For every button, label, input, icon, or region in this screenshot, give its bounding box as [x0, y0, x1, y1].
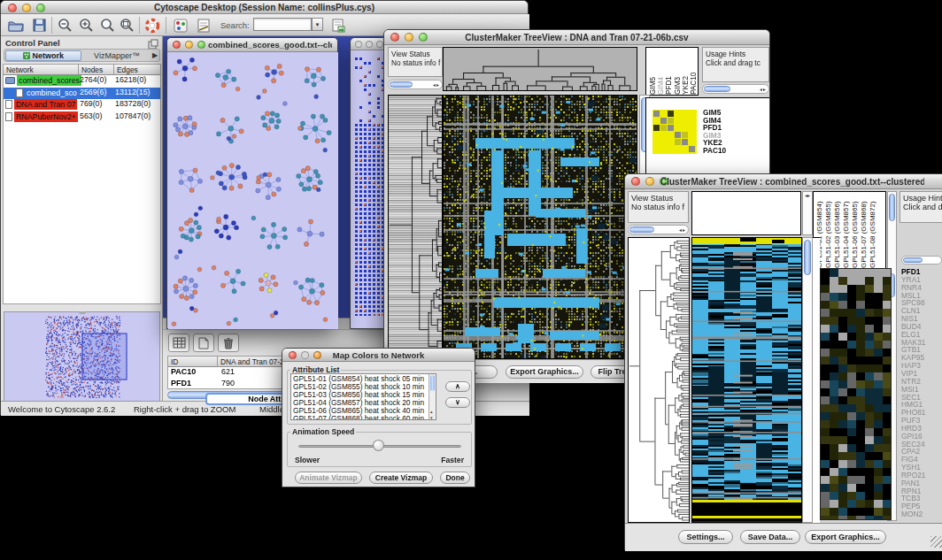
data-column-id[interactable]: ID [168, 357, 218, 367]
scrollbar-thumb[interactable] [903, 257, 923, 263]
row-id: PAC10 [171, 367, 196, 376]
attribute-list-vscrollbar[interactable]: ▴ ▾ [429, 374, 436, 420]
close-icon[interactable] [8, 4, 17, 12]
save-data-button[interactable]: Save Data... [740, 530, 800, 544]
treeview1-title-bar[interactable]: ClusterMaker TreeView : DNA and Tran 07-… [384, 30, 769, 45]
create-vizmap-button[interactable]: Create Vizmap [369, 472, 433, 484]
open-file-button[interactable] [6, 16, 26, 35]
tv2-zoom-heatmap-canvas[interactable] [821, 269, 891, 519]
minimize-icon[interactable] [301, 351, 309, 359]
column-header-network[interactable]: Network [4, 65, 79, 75]
column-header-nodes[interactable]: Nodes [79, 65, 114, 75]
attribute-item[interactable]: GPL51-07 (GSM868) heat shock 60 min [293, 415, 436, 420]
tv1-hints-hscrollbar[interactable]: ◂▸ [702, 84, 769, 94]
move-up-button[interactable]: ∧ [445, 381, 470, 392]
tv2-top-scroll-stub[interactable]: ◂▸ [802, 191, 813, 235]
zoom-in-icon[interactable] [77, 16, 97, 35]
import-table-icon[interactable] [328, 16, 348, 35]
vizmapper-icon[interactable] [171, 16, 190, 35]
scroll-arrows-icon[interactable]: ◂▸ [679, 226, 686, 233]
network-row[interactable]: RNAPuberNov2+563(0)107847(0) [4, 111, 160, 124]
scrollbar-thumb[interactable] [704, 86, 730, 92]
export-graphics-button[interactable]: Export Graphics... [506, 365, 583, 379]
network-row[interactable]: DNA and Tran 07769(0)183728(0) [4, 99, 160, 111]
done-button[interactable]: Done [440, 472, 470, 484]
zoom-fit-icon[interactable] [98, 16, 118, 35]
tv1-status-hscrollbar[interactable]: ◂▸ [388, 80, 443, 89]
tv1-gene-dendrogram[interactable] [388, 95, 443, 359]
scroll-arrows-icon[interactable]: ◂▸ [760, 86, 767, 92]
network-overview-panel[interactable] [4, 311, 160, 409]
search-input[interactable] [253, 18, 312, 31]
dialog-title-bar[interactable]: Map Colors to Network [282, 349, 475, 362]
minimize-icon[interactable] [366, 41, 373, 48]
network-canvas[interactable] [168, 52, 338, 329]
minimize-icon[interactable] [22, 4, 31, 12]
minimize-icon[interactable] [405, 33, 413, 42]
animate-vizmap-button[interactable]: Animate Vizmap [295, 472, 362, 484]
tv1-heatmap-canvas[interactable] [444, 96, 637, 358]
tv2-heatmap-vscrollbar[interactable] [802, 237, 813, 523]
close-icon[interactable] [631, 177, 640, 186]
zoom-out-icon[interactable] [56, 16, 75, 35]
attribute-table-button[interactable] [168, 334, 189, 352]
splitter-handle[interactable] [79, 311, 86, 314]
scrollbar-thumb[interactable] [889, 194, 895, 221]
annotation-icon[interactable] [194, 16, 213, 35]
tv1-heatmap[interactable] [443, 95, 637, 359]
tv2-column-dendrogram[interactable] [691, 191, 801, 235]
gene-label: PFD1 [703, 124, 765, 132]
minimize-icon[interactable] [645, 177, 654, 186]
search-dropdown-icon[interactable]: ▼ [312, 18, 323, 31]
tv2-column-labels[interactable]: GPL51-01 (GSM854)GPL51-02 (GSM855)GPL51-… [813, 191, 886, 269]
tv1-column-dendrogram-canvas[interactable] [444, 48, 637, 90]
tv2-gene-dendrogram[interactable] [628, 237, 690, 523]
tv2-status-hscrollbar[interactable]: ◂▸ [628, 225, 689, 234]
scrollbar-thumb[interactable] [430, 375, 435, 391]
export-graphics-button[interactable]: Export Graphics... [805, 530, 886, 544]
column-header-edges[interactable]: Edges [114, 65, 160, 75]
network-overview-canvas[interactable] [4, 312, 159, 408]
tv2-heatmap[interactable] [691, 237, 802, 523]
tv2-gene-labels[interactable]: PFD1YRA1RNR4MSL1SPC98CLN1NIS1BUD4ELG1MAK… [901, 268, 942, 520]
settings-button[interactable]: Settings... [678, 530, 733, 544]
help-lifesaver-icon[interactable] [143, 16, 162, 35]
zoom-window-icon[interactable] [376, 41, 383, 48]
attribute-list[interactable]: GPL51-01 (GSM854) heat shock 05 minGPL51… [290, 373, 436, 420]
tv1-column-labels[interactable]: GIM5GIM4PFD1GIM3YKE2PAC10 [645, 47, 699, 96]
speed-slider-thumb[interactable] [373, 440, 384, 451]
tv2-heatmap-canvas[interactable] [692, 238, 801, 522]
tv1-gene-dendrogram-canvas[interactable] [389, 96, 442, 358]
tab-overflow-icon[interactable]: ▶ [152, 51, 158, 59]
tv2-genes-hscrollbar[interactable] [901, 256, 942, 265]
move-down-button[interactable]: ∨ [445, 397, 470, 408]
zoom-selected-icon[interactable] [118, 16, 137, 35]
close-icon[interactable] [355, 41, 362, 48]
scroll-arrows-icon[interactable]: ◂▸ [433, 81, 440, 88]
tv1-zoom-matrix-canvas[interactable] [652, 110, 697, 154]
tab-network[interactable]: Network [5, 50, 81, 61]
zoom-window-icon[interactable] [197, 41, 205, 49]
treeview2-title-bar[interactable]: ClusterMaker TreeView : combined_scores_… [625, 174, 942, 189]
close-icon[interactable] [390, 33, 399, 42]
minimize-icon[interactable] [185, 41, 193, 49]
save-button[interactable] [29, 16, 49, 35]
close-icon[interactable] [173, 41, 181, 49]
delete-attribute-trash-icon[interactable] [218, 334, 239, 352]
tv2-gene-dendrogram-canvas[interactable] [629, 238, 689, 522]
scrollbar-thumb[interactable] [629, 226, 654, 233]
main-title-bar[interactable]: Cytoscape Desktop (Session Name: collins… [1, 1, 528, 14]
network-row[interactable]: combined_sco2569(6)13112(15) [4, 88, 160, 100]
tv1-gene-labels[interactable]: GIM5GIM4PFD1GIM3YKE2PAC10 [703, 109, 765, 154]
network-row[interactable]: combined_scores2764(0)16218(0) [4, 75, 160, 88]
scroll-up-icon[interactable]: ▴ [430, 409, 433, 414]
tv1-column-dendrogram[interactable] [443, 47, 637, 91]
new-attribute-button[interactable] [193, 334, 214, 352]
network-view-title-bar[interactable]: combined_scores_good.txt--cluste... [167, 38, 337, 52]
resize-grip[interactable] [930, 536, 942, 548]
scrollbar-thumb[interactable] [390, 81, 413, 88]
close-icon[interactable] [289, 351, 297, 359]
scrollbar-thumb[interactable] [804, 240, 811, 275]
tv2-zoom-heatmap[interactable] [820, 268, 892, 520]
tab-vizmapper[interactable]: VizMapper™ [84, 50, 150, 61]
